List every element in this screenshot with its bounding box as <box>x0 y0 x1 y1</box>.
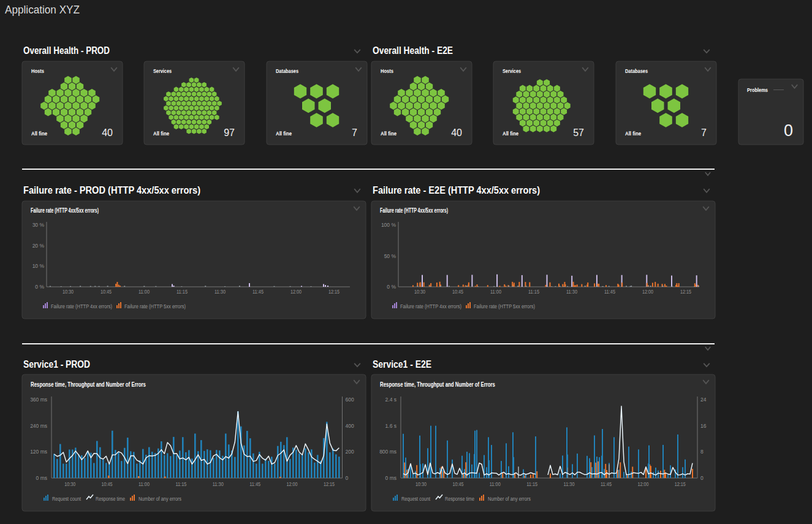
svg-text:11:45: 11:45 <box>601 481 612 487</box>
svg-text:100 %: 100 % <box>381 222 397 228</box>
svg-text:12:15: 12:15 <box>680 289 691 295</box>
svg-text:Databases: Databases <box>625 67 648 74</box>
svg-text:Number of any errors: Number of any errors <box>138 496 181 502</box>
svg-text:12:00: 12:00 <box>290 289 302 295</box>
svg-text:Failure rate (HTTP 5xx errors): Failure rate (HTTP 5xx errors) <box>474 303 535 309</box>
svg-text:Problems: Problems <box>747 86 768 93</box>
svg-text:11:00: 11:00 <box>138 289 150 295</box>
svg-text:Failure rate - PROD (HTTP 4xx/: Failure rate - PROD (HTTP 4xx/5xx errors… <box>23 185 200 196</box>
svg-text:Failure rate (HTTP 4xx errors): Failure rate (HTTP 4xx errors) <box>400 303 461 309</box>
svg-text:11:45: 11:45 <box>249 481 260 487</box>
svg-text:40: 40 <box>451 127 462 138</box>
svg-text:800 ms: 800 ms <box>379 449 397 455</box>
svg-text:Response time: Response time <box>96 496 125 502</box>
svg-text:0: 0 <box>700 475 704 481</box>
svg-text:600: 600 <box>346 397 354 403</box>
svg-text:10:45: 10:45 <box>452 289 463 295</box>
svg-text:All fine: All fine <box>31 130 47 137</box>
svg-text:Services: Services <box>153 67 172 74</box>
svg-text:Response time, Throughput and: Response time, Throughput and Number of … <box>31 381 146 388</box>
svg-text:11:45: 11:45 <box>252 289 264 295</box>
svg-text:24: 24 <box>700 397 707 403</box>
svg-text:Failure rate - E2E (HTTP 4xx/5: Failure rate - E2E (HTTP 4xx/5xx errors) <box>373 185 540 196</box>
svg-text:Failure rate (HTTP 4xx/5xx err: Failure rate (HTTP 4xx/5xx errors) <box>380 207 448 214</box>
svg-text:Service1 - E2E: Service1 - E2E <box>373 359 431 370</box>
svg-text:11:30: 11:30 <box>214 289 226 295</box>
svg-text:11:30: 11:30 <box>564 481 575 487</box>
svg-text:2.4 s: 2.4 s <box>385 397 397 403</box>
svg-text:Overall Health - E2E: Overall Health - E2E <box>373 45 453 56</box>
svg-text:10:30: 10:30 <box>63 289 74 295</box>
svg-text:Response time, Throughput and: Response time, Throughput and Number of … <box>380 381 495 388</box>
svg-text:Number of any errors: Number of any errors <box>488 496 531 502</box>
svg-text:All fine: All fine <box>625 130 641 137</box>
svg-text:Application XYZ: Application XYZ <box>5 4 80 16</box>
svg-text:11:15: 11:15 <box>176 289 188 295</box>
svg-text:0: 0 <box>784 121 793 140</box>
svg-text:0 ms: 0 ms <box>385 475 397 481</box>
svg-text:50 %: 50 % <box>384 253 397 259</box>
svg-text:Hosts: Hosts <box>381 67 393 74</box>
svg-text:Hosts: Hosts <box>31 67 44 74</box>
svg-text:All fine: All fine <box>276 130 292 137</box>
svg-text:Databases: Databases <box>276 67 298 74</box>
svg-text:120 ms: 120 ms <box>30 449 47 455</box>
svg-text:Request count: Request count <box>52 496 82 502</box>
svg-text:11:15: 11:15 <box>526 481 537 487</box>
svg-text:40: 40 <box>102 127 113 138</box>
svg-text:11:15: 11:15 <box>175 481 186 487</box>
svg-text:10:45: 10:45 <box>452 481 463 487</box>
svg-text:10:45: 10:45 <box>102 481 113 487</box>
svg-text:11:30: 11:30 <box>213 481 224 487</box>
svg-text:7: 7 <box>701 127 707 138</box>
svg-text:0 %: 0 % <box>35 284 44 290</box>
svg-text:All fine: All fine <box>153 130 169 137</box>
svg-text:All fine: All fine <box>503 130 518 137</box>
svg-text:11:00: 11:00 <box>490 481 501 487</box>
svg-text:Request count: Request count <box>401 496 431 502</box>
svg-text:All fine: All fine <box>381 130 397 137</box>
svg-text:57: 57 <box>573 127 584 138</box>
svg-text:11:00: 11:00 <box>490 289 501 295</box>
svg-text:7: 7 <box>352 127 357 138</box>
svg-text:Response time: Response time <box>445 496 474 502</box>
svg-text:12:15: 12:15 <box>324 481 335 487</box>
svg-text:Service1 - PROD: Service1 - PROD <box>23 359 90 370</box>
svg-text:400: 400 <box>346 423 354 429</box>
svg-text:12:15: 12:15 <box>675 481 686 487</box>
svg-text:12:15: 12:15 <box>328 289 340 295</box>
svg-text:97: 97 <box>224 127 235 138</box>
svg-text:Failure rate (HTTP 4xx errors): Failure rate (HTTP 4xx errors) <box>51 303 112 309</box>
svg-text:Failure rate (HTTP 4xx/5xx err: Failure rate (HTTP 4xx/5xx errors) <box>31 207 99 214</box>
svg-text:10:45: 10:45 <box>101 289 112 295</box>
svg-text:10:30: 10:30 <box>415 481 427 487</box>
svg-text:240 ms: 240 ms <box>30 423 47 429</box>
svg-text:0 ms: 0 ms <box>36 475 47 481</box>
svg-text:1.6 s: 1.6 s <box>385 423 397 429</box>
svg-text:16: 16 <box>700 423 707 429</box>
svg-text:20 %: 20 % <box>32 243 45 249</box>
svg-text:Services: Services <box>503 67 521 74</box>
svg-text:11:45: 11:45 <box>604 289 615 295</box>
svg-text:10:30: 10:30 <box>64 481 75 487</box>
svg-text:Overall Health - PROD: Overall Health - PROD <box>23 45 110 56</box>
svg-text:11:15: 11:15 <box>528 289 539 295</box>
svg-text:0 %: 0 % <box>387 284 396 290</box>
svg-text:12:00: 12:00 <box>637 481 648 487</box>
svg-text:11:30: 11:30 <box>566 289 577 295</box>
svg-text:0: 0 <box>346 475 349 481</box>
svg-text:Failure rate (HTTP 5xx errors): Failure rate (HTTP 5xx errors) <box>124 303 186 309</box>
svg-text:10 %: 10 % <box>32 263 45 269</box>
svg-text:360 ms: 360 ms <box>30 397 47 403</box>
svg-text:12:00: 12:00 <box>642 289 653 295</box>
svg-text:12:00: 12:00 <box>287 481 298 487</box>
svg-text:11:00: 11:00 <box>138 481 150 487</box>
svg-text:10:30: 10:30 <box>414 289 425 295</box>
svg-text:200: 200 <box>346 449 354 455</box>
svg-text:8: 8 <box>700 449 704 455</box>
svg-text:30 %: 30 % <box>32 222 45 228</box>
